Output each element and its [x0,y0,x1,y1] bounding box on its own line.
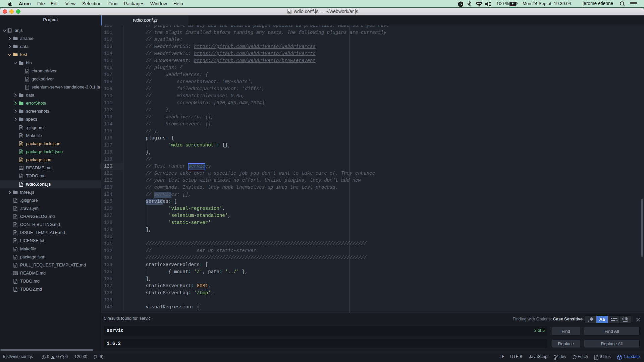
svg-text:S: S [460,2,462,6]
